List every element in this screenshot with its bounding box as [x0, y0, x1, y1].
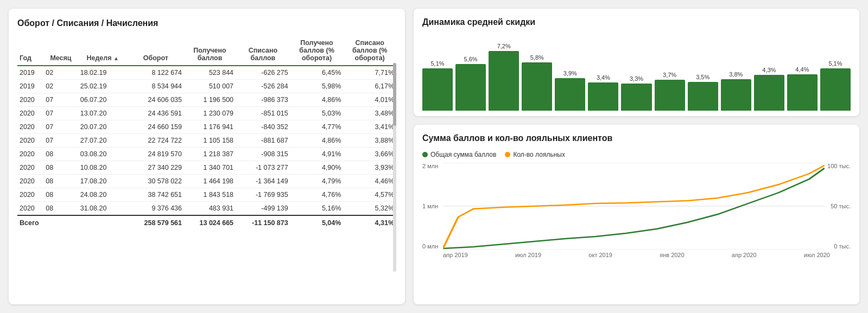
table-row: 20190225.02.198 534 944510 007-526 2845,… — [17, 80, 396, 93]
table-cell: -881 687 — [236, 134, 290, 148]
table-cell: 3,66% — [343, 148, 396, 161]
legend-label-points: Общая сумма баллов — [430, 151, 496, 158]
table-cell: 08 — [43, 148, 78, 161]
orange-line — [443, 165, 825, 248]
table-cell: 07 — [43, 107, 78, 120]
table-cell: 9 376 436 — [128, 202, 184, 216]
sort-icon[interactable]: ▲ — [113, 55, 119, 61]
line-chart-title: Сумма баллов и кол-во лояльных клиентов — [422, 133, 851, 143]
x-axis-labels: апр 2019 июл 2019 окт 2019 янв 2020 апр … — [422, 252, 851, 258]
table-cell: 2020 — [17, 161, 43, 175]
table-cell: 4,86% — [290, 93, 344, 107]
table-cell: 07 — [43, 93, 78, 107]
table-cell: 10.08.20 — [78, 161, 128, 175]
table-row: 20200727.07.2022 724 7221 105 158-881 68… — [17, 134, 396, 148]
table-cell: 5,32% — [343, 202, 396, 216]
bar-column: 4,3% — [754, 67, 784, 111]
table-cell: 6,45% — [290, 66, 344, 80]
bar-column: 3,4% — [588, 74, 618, 111]
line-chart-area: 2 млн 1 млн 0 млн 100 тыс. 50 тыс. 0 тыс… — [422, 163, 851, 250]
bar-label: 3,7% — [663, 72, 676, 78]
bar-label: 3,9% — [563, 70, 577, 76]
table-row: 20200720.07.2024 660 1591 176 941-840 35… — [17, 120, 396, 134]
table-row: 20200817.08.2030 578 0221 464 198-1 364 … — [17, 175, 396, 188]
bar-rect — [621, 84, 651, 111]
table-cell: -1 364 149 — [236, 175, 290, 188]
table-cell: 22 724 722 — [128, 134, 184, 148]
col-received-pct: Полученобаллов (%оборота) — [290, 36, 344, 66]
table-cell: 08 — [43, 161, 78, 175]
table-row: 20200706.07.2024 606 0351 196 500-986 37… — [17, 93, 396, 107]
legend-label-loyal: Кол-во лояльных — [513, 151, 565, 158]
table-cell: 17.08.20 — [78, 175, 128, 188]
table-cell: 483 931 — [184, 202, 236, 216]
bar-rect — [588, 82, 618, 111]
table-cell: 07 — [43, 134, 78, 148]
bar-rect — [455, 64, 486, 111]
table-cell: 08 — [43, 202, 78, 216]
table-cell: 08 — [43, 188, 78, 202]
line-chart-panel: Сумма баллов и кол-во лояльных клиентов … — [414, 125, 859, 304]
line-chart-svg — [443, 163, 825, 250]
bar-label: 5,1% — [431, 60, 445, 67]
table-cell: 25.02.19 — [78, 80, 128, 93]
bar-rect — [489, 51, 519, 111]
table-cell: 6,17% — [343, 80, 396, 93]
table-row: 20200824.08.2038 742 6511 843 518-1 769 … — [17, 188, 396, 202]
bar-rect — [688, 82, 718, 111]
bar-column: 3,7% — [655, 72, 685, 111]
table-cell: 2020 — [17, 93, 43, 107]
table-cell: 1 340 701 — [184, 161, 236, 175]
table-row: 20200803.08.2024 819 5701 218 387-908 31… — [17, 148, 396, 161]
bar-column: 5,1% — [820, 60, 851, 111]
bar-label: 5,1% — [828, 60, 842, 67]
table-cell: 30 578 022 — [128, 175, 184, 188]
table-cell: 2020 — [17, 148, 43, 161]
bar-column: 5,1% — [422, 60, 453, 111]
table-cell: -840 352 — [236, 120, 290, 134]
table-cell: 1 843 518 — [184, 188, 236, 202]
x-label-5: июл 2020 — [804, 252, 830, 258]
y-axis-right: 100 тыс. 50 тыс. 0 тыс. — [825, 163, 851, 250]
scrollbar[interactable] — [393, 63, 396, 272]
scrollbar-thumb — [393, 63, 396, 125]
table-row: 20200810.08.2027 340 2291 340 701-1 073 … — [17, 161, 396, 175]
bar-label: 7,2% — [497, 43, 511, 49]
footer-spent: -11 150 873 — [236, 215, 290, 230]
bar-label: 3,8% — [729, 71, 743, 78]
table-cell: 13.07.20 — [78, 107, 128, 120]
bar-column: 4,4% — [787, 66, 818, 111]
table-cell: 08 — [43, 175, 78, 188]
table-row: 20200831.08.209 376 436483 931-499 1395,… — [17, 202, 396, 216]
table-cell: 4,57% — [343, 188, 396, 202]
table-row: 20200713.07.2024 436 5911 230 079-851 01… — [17, 107, 396, 120]
data-table: Год Месяц Неделя ▲ Оборот Полученобаллов… — [17, 36, 396, 230]
green-line — [443, 168, 825, 248]
col-year: Год — [17, 36, 43, 66]
bar-rect — [820, 68, 851, 111]
x-label-4: апр 2020 — [732, 252, 757, 258]
table-wrap: Год Месяц Неделя ▲ Оборот Полученобаллов… — [17, 36, 396, 297]
table-cell: 2020 — [17, 120, 43, 134]
bar-label: 4,4% — [795, 66, 809, 73]
bar-label: 5,8% — [530, 54, 544, 61]
bar-rect — [655, 80, 685, 111]
footer-received: 13 024 665 — [184, 215, 236, 230]
left-panel: Оборот / Списания / Начисления Год Месяц… — [9, 9, 405, 304]
table-cell: 510 007 — [184, 80, 236, 93]
table-cell: 8 534 944 — [128, 80, 184, 93]
y-right-mid: 50 тыс. — [825, 203, 851, 209]
bar-rect — [787, 74, 818, 111]
table-cell: -1 769 935 — [236, 188, 290, 202]
table-cell: 27 340 229 — [128, 161, 184, 175]
footer-total-label: Всего — [17, 215, 128, 230]
x-label-2: окт 2019 — [588, 252, 612, 258]
bar-label: 4,3% — [762, 67, 776, 73]
bar-column: 3,9% — [555, 70, 585, 111]
chart-legend: Общая сумма баллов Кол-во лояльных — [422, 151, 851, 158]
y-left-mid: 1 млн — [422, 203, 443, 209]
bar-column: 3,3% — [621, 75, 651, 111]
table-cell: 18.02.19 — [78, 66, 128, 80]
col-received: Полученобаллов — [184, 36, 236, 66]
col-month: Месяц — [43, 36, 78, 66]
